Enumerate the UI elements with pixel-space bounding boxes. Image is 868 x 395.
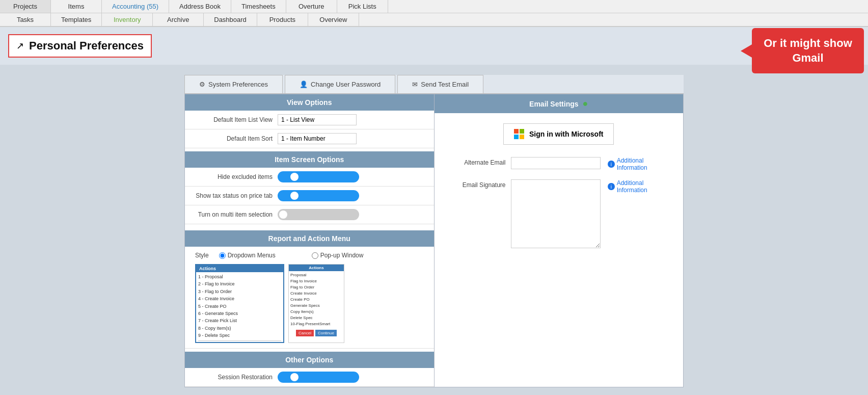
panels-wrapper: View Options Default Item List View Defa… xyxy=(184,94,684,387)
nav-item-dashboard[interactable]: Dashboard xyxy=(204,13,257,26)
hide-excluded-toggle[interactable] xyxy=(278,171,359,182)
ms-logo-yellow xyxy=(520,135,524,139)
email-signature-info: i Additional Information xyxy=(606,179,673,194)
hide-excluded-items-row: Hide excluded items xyxy=(185,168,434,187)
popup-continue-btn[interactable]: Continue xyxy=(315,330,337,336)
alternate-email-info-link[interactable]: Additional Information xyxy=(617,157,673,171)
alternate-email-info-icon: i xyxy=(608,161,614,168)
multi-item-label: Turn on multi item selection xyxy=(191,211,273,218)
nav-item-inventory[interactable]: Inventory xyxy=(102,13,153,26)
spacer xyxy=(185,224,434,230)
ms-logo-green xyxy=(520,129,524,134)
style-label: Style xyxy=(195,252,209,259)
nav-item-products[interactable]: Products xyxy=(257,13,308,26)
callout-text: Or it might show Gmail xyxy=(764,37,852,64)
nav-item-items[interactable]: Items xyxy=(51,0,102,13)
item-screen-options-section: Item Screen Options Hide excluded items … xyxy=(185,151,434,230)
nav-bar: ProjectsItemsAccounting (55)Address Book… xyxy=(0,0,868,27)
email-signature-label: Email Signature xyxy=(445,179,506,189)
report-action-section: Report and Action Menu Style Dropdown Me… xyxy=(185,230,434,349)
email-signature-info-link[interactable]: Additional Information xyxy=(617,179,673,194)
session-restoration-label: Session Restoration xyxy=(191,374,273,381)
multi-item-selection-row: Turn on multi item selection xyxy=(185,205,434,224)
nav-row-1: ProjectsItemsAccounting (55)Address Book… xyxy=(0,0,868,13)
default-item-sort-row: Default Item Sort xyxy=(185,129,434,148)
ms-logo xyxy=(514,129,524,139)
dropdown-menus-radio-label[interactable]: Dropdown Menus xyxy=(219,252,301,259)
alternate-email-row: Alternate Email i Additional Information xyxy=(435,153,684,175)
alternate-email-label: Alternate Email xyxy=(445,157,506,166)
tab-email-label: Send Test Email xyxy=(421,81,469,88)
email-settings-title: Email Settings xyxy=(529,100,578,108)
session-restoration-toggle[interactable] xyxy=(278,372,359,383)
default-item-list-view-input[interactable] xyxy=(278,114,357,125)
popup-window-radio-label[interactable]: Pop-up Window xyxy=(312,252,393,259)
tab-send-test-email[interactable]: ✉ Send Test Email xyxy=(397,75,483,93)
style-row: Style Dropdown Menus Pop-up Window xyxy=(185,247,434,349)
nav-item-address-book[interactable]: Address Book xyxy=(169,0,231,13)
view-options-header: View Options xyxy=(185,94,434,111)
popup-window-radio[interactable] xyxy=(312,252,318,259)
nav-item-templates[interactable]: Templates xyxy=(51,13,102,26)
page-header-area: ↗ Personal Preferences xyxy=(0,27,868,65)
popup-window-label: Pop-up Window xyxy=(320,252,364,259)
external-link-icon: ↗ xyxy=(16,40,24,51)
dropdown-menus-label: Dropdown Menus xyxy=(228,252,276,259)
page-header-box: ↗ Personal Preferences xyxy=(8,34,152,58)
callout-arrow xyxy=(741,44,753,58)
default-item-sort-label: Default Item Sort xyxy=(191,135,273,142)
other-options-header: Other Options xyxy=(185,352,434,368)
dropdown-preview: Actions 1 - Proposal 2 - Flag to Invoice… xyxy=(195,264,284,343)
email-signature-textarea[interactable] xyxy=(511,179,601,248)
left-panel: View Options Default Item List View Defa… xyxy=(185,94,435,387)
default-item-sort-input[interactable] xyxy=(278,133,357,144)
page-container: ProjectsItemsAccounting (55)Address Book… xyxy=(0,0,868,395)
other-options-section: Other Options Session Restoration xyxy=(185,352,434,387)
nav-item-tasks[interactable]: Tasks xyxy=(0,13,51,26)
report-action-header: Report and Action Menu xyxy=(185,230,434,247)
email-settings-header: Email Settings ● xyxy=(435,94,684,113)
nav-row-2: TasksTemplatesInventoryArchiveDashboardP… xyxy=(0,13,868,27)
content-area: ⚙ System Preferences 👤 Change User Passw… xyxy=(184,75,684,387)
ms-logo-blue xyxy=(514,135,519,139)
ms-signin-container: Sign in with Microsoft xyxy=(435,113,684,153)
tab-change-password[interactable]: 👤 Change User Password xyxy=(285,75,395,93)
nav-item-timesheets[interactable]: Timesheets xyxy=(231,0,286,13)
callout-container: Or it might show Gmail xyxy=(752,28,864,73)
email-signature-row: Email Signature i Additional Information xyxy=(435,175,684,252)
popup-cancel-btn[interactable]: Cancel xyxy=(296,330,314,336)
main-content: ⚙ System Preferences 👤 Change User Passw… xyxy=(0,65,868,395)
page-title: Personal Preferences xyxy=(29,39,144,52)
hide-excluded-label: Hide excluded items xyxy=(191,173,273,180)
ms-signin-button[interactable]: Sign in with Microsoft xyxy=(503,123,614,145)
nav-item-archive[interactable]: Archive xyxy=(153,13,204,26)
dropdown-menus-radio[interactable] xyxy=(219,252,226,259)
view-options-section: View Options Default Item List View Defa… xyxy=(185,94,434,148)
user-icon: 👤 xyxy=(300,81,308,88)
default-item-list-view-row: Default Item List View xyxy=(185,111,434,129)
multi-item-toggle[interactable] xyxy=(278,209,359,220)
show-tax-status-row: Show tax status on price tab xyxy=(185,187,434,205)
ms-logo-red xyxy=(514,129,519,134)
email-signature-info-icon: i xyxy=(608,183,614,190)
show-tax-toggle[interactable] xyxy=(278,190,359,201)
alternate-email-input[interactable] xyxy=(511,157,601,169)
email-green-dot: ● xyxy=(583,98,588,109)
nav-item-projects[interactable]: Projects xyxy=(0,0,51,13)
popup-preview: Actions Proposal Flag to Invoice Flag to… xyxy=(288,264,344,343)
nav-item-accounting-55[interactable]: Accounting (55) xyxy=(102,0,169,13)
tab-system-preferences[interactable]: ⚙ System Preferences xyxy=(184,75,283,93)
alternate-email-info: i Additional Information xyxy=(606,157,673,171)
style-previews: Actions 1 - Proposal 2 - Flag to Invoice… xyxy=(195,264,344,343)
right-panel: Email Settings ● Sign in with xyxy=(435,94,684,387)
tab-password-label: Change User Password xyxy=(311,81,381,88)
default-item-list-view-label: Default Item List View xyxy=(191,116,273,123)
callout-box: Or it might show Gmail xyxy=(752,28,864,73)
ms-signin-label: Sign in with Microsoft xyxy=(529,130,603,138)
tabs-bar: ⚙ System Preferences 👤 Change User Passw… xyxy=(184,75,684,94)
nav-item-overview[interactable]: Overview xyxy=(308,13,359,26)
nav-item-overture[interactable]: Overture xyxy=(286,0,337,13)
show-tax-label: Show tax status on price tab xyxy=(191,192,273,199)
nav-item-pick-lists[interactable]: Pick Lists xyxy=(337,0,388,13)
email-icon: ✉ xyxy=(412,81,418,88)
